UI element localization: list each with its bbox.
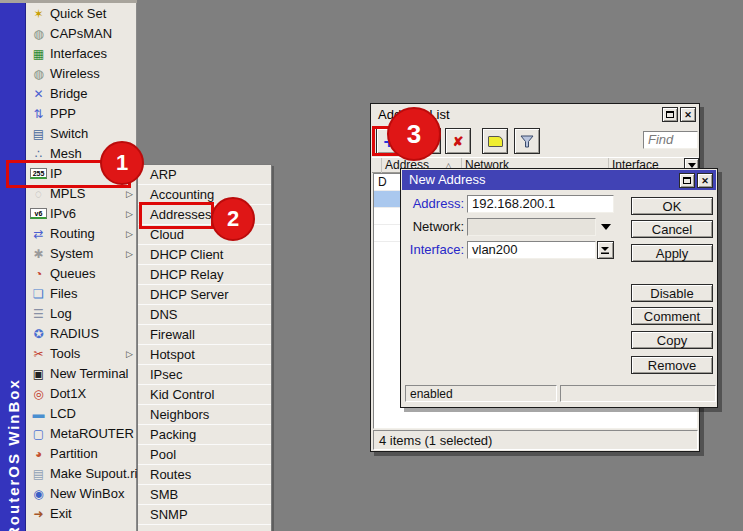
sidebar-item[interactable]: ◍ Wireless ▷ [26, 64, 136, 84]
sidebar-item-label: Files [50, 286, 77, 301]
sidebar-item[interactable]: ◎ Dot1X ▷ [26, 384, 136, 404]
ppp-icon: ⇅ [30, 106, 47, 122]
submenu-item[interactable]: Routes [138, 465, 271, 485]
chevron-right-icon: ▷ [126, 204, 133, 224]
comment-button[interactable]: Comment [631, 307, 713, 325]
submenu-item[interactable]: Hotspot [138, 345, 271, 365]
sidebar-item[interactable]: ✪ RADIUS ▷ [26, 324, 136, 344]
sidebar-item-label: Queues [50, 266, 96, 281]
close-icon: ✕ [701, 176, 709, 186]
flag-column-header[interactable] [372, 158, 382, 173]
submenu-item[interactable]: DHCP Relay [138, 265, 271, 285]
sidebar-item-label: RADIUS [50, 326, 99, 341]
switch-icon: ▤ [30, 126, 47, 142]
network-field[interactable] [467, 218, 596, 236]
submenu-item[interactable]: SMB [138, 485, 271, 505]
wand-icon: ✶ [30, 6, 47, 22]
sidebar-item-label: PPP [50, 106, 76, 121]
ok-button[interactable]: OK [631, 197, 713, 215]
sidebar-item-label: Log [50, 306, 72, 321]
apply-button[interactable]: Apply [631, 244, 713, 262]
partition-icon: ◕ [30, 446, 47, 462]
close-button[interactable]: ✕ [680, 107, 696, 122]
remove-button[interactable]: Remove [631, 356, 713, 374]
winbox-screen: RouterOS WinBox ✶ Quick Set ▷ ◍ CAPsMAN … [0, 0, 743, 531]
interface-combo-button[interactable] [597, 241, 614, 259]
sidebar-item-label: LCD [50, 406, 76, 421]
sidebar-item[interactable]: ▤ Make Supout.rif ▷ [26, 464, 136, 484]
submenu-item[interactable]: DNS [138, 305, 271, 325]
sidebar-item[interactable]: ▦ Interfaces ▷ [26, 44, 136, 64]
filter-icon [520, 135, 534, 148]
address-field[interactable]: 192.168.200.1 [467, 195, 614, 213]
find-input[interactable]: Find [643, 131, 698, 149]
new-address-title: New Address [402, 170, 716, 190]
submenu-item[interactable]: Packing [138, 425, 271, 445]
sidebar-item-label: Bridge [50, 86, 88, 101]
supout-icon: ▤ [30, 466, 47, 482]
submenu-item[interactable]: DHCP Client [138, 245, 271, 265]
sidebar-item[interactable]: ➜ Exit ▷ [26, 504, 136, 524]
routing-icon: ⇄ [30, 226, 47, 242]
submenu-item[interactable]: Kid Control [138, 385, 271, 405]
sidebar-item[interactable]: v6 IPv6 ▷ [26, 204, 136, 224]
sidebar-item-label: Partition [50, 446, 98, 461]
chevron-right-icon: ▷ [126, 244, 133, 264]
ipv6-icon: v6 [30, 208, 47, 219]
dropdown-arrow-icon[interactable] [601, 224, 611, 230]
sidebar-item[interactable]: ☰ Log ▷ [26, 304, 136, 324]
sidebar-item-label: Interfaces [50, 46, 107, 61]
sidebar-item-label: Quick Set [50, 6, 106, 21]
main-menu: ✶ Quick Set ▷ ◍ CAPsMAN ▷ ▦ Interfaces ▷… [26, 3, 137, 531]
submenu-item[interactable]: Neighbors [138, 405, 271, 425]
filter-button[interactable] [514, 128, 540, 154]
sidebar-item[interactable]: ◔ Queues ▷ [26, 264, 136, 284]
interface-field[interactable]: vlan200 [467, 241, 596, 259]
highlight-addresses-item [139, 202, 214, 229]
submenu-item[interactable]: IPsec [138, 365, 271, 385]
submenu-item[interactable]: Pool [138, 445, 271, 465]
sidebar-item[interactable]: ⇅ PPP ▷ [26, 104, 136, 124]
sidebar-item[interactable]: ◉ New WinBox ▷ [26, 484, 136, 504]
vertical-brand-title: RouterOS WinBox [5, 378, 22, 531]
sidebar-item[interactable]: ✱ System ▷ [26, 244, 136, 264]
submenu-item[interactable]: Firewall [138, 325, 271, 345]
disable-button[interactable]: ✘ [445, 128, 471, 154]
files-icon: ❏ [30, 286, 47, 302]
maximize-button[interactable] [662, 107, 678, 122]
sidebar-item-label: IPv6 [50, 206, 76, 221]
capsman-icon: ◍ [30, 26, 47, 42]
sidebar-item-label: System [50, 246, 93, 261]
dot1x-icon: ◎ [30, 386, 47, 402]
sidebar-item[interactable]: ▢ MetaROUTER ▷ [26, 424, 136, 444]
network-label: Network: [401, 218, 464, 236]
sidebar-item-label: MPLS [50, 186, 85, 201]
chevron-right-icon: ▷ [126, 224, 133, 244]
disable-button[interactable]: Disable [631, 284, 713, 302]
sidebar-item[interactable]: ◕ Partition ▷ [26, 444, 136, 464]
sidebar-item-label: MetaROUTER [50, 426, 134, 441]
sidebar-item[interactable]: ✕ Bridge ▷ [26, 84, 136, 104]
combo-down-icon [601, 246, 610, 255]
submenu-item[interactable]: DHCP Server [138, 285, 271, 305]
copy-button[interactable]: Copy [631, 331, 713, 349]
close-button[interactable]: ✕ [697, 173, 713, 188]
submenu-item[interactable]: SNMP [138, 505, 271, 525]
cancel-button[interactable]: Cancel [631, 220, 713, 238]
sidebar-item[interactable]: ▬ LCD ▷ [26, 404, 136, 424]
status-secondary [560, 385, 716, 402]
sidebar-item[interactable]: ✂ Tools ▷ [26, 344, 136, 364]
submenu-item[interactable]: ARP [138, 165, 271, 185]
metarouter-icon: ▢ [30, 426, 47, 442]
sidebar-item[interactable]: ◍ CAPsMAN ▷ [26, 24, 136, 44]
sidebar-item[interactable]: ▣ New Terminal ▷ [26, 364, 136, 384]
sidebar-item[interactable]: ⇄ Routing ▷ [26, 224, 136, 244]
enabled-status: enabled [405, 385, 557, 402]
comment-button[interactable] [482, 128, 508, 154]
maximize-button[interactable] [679, 173, 695, 188]
wireless-icon: ◍ [30, 66, 47, 82]
sidebar-item[interactable]: ❏ Files ▷ [26, 284, 136, 304]
sidebar-item[interactable]: ✶ Quick Set ▷ [26, 4, 136, 24]
lcd-icon: ▬ [30, 406, 47, 422]
sidebar-item-label: Dot1X [50, 386, 86, 401]
